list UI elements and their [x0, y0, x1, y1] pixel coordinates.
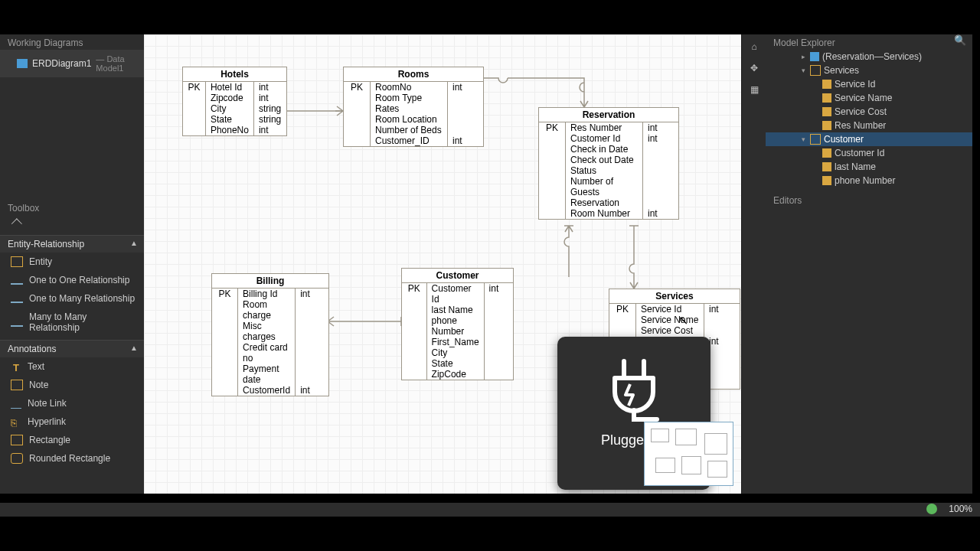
tool-rectangle[interactable]: Rectangle	[0, 431, 144, 449]
entity-row[interactable]: PKRoomNoint	[344, 82, 483, 93]
tool-one-to-one[interactable]: One to One Relationship	[0, 271, 144, 289]
entity-row[interactable]: Rates	[344, 103, 483, 114]
tree-node[interactable]: Service Name	[766, 91, 972, 105]
tree-node[interactable]: ▸(Reservation—Services)	[766, 50, 972, 64]
column-type: int	[296, 385, 328, 396]
hyperlink-icon: ⎘	[11, 417, 21, 426]
entity-row[interactable]: Service Name	[609, 315, 740, 325]
pk-cell: PK	[402, 283, 426, 305]
gutter-target-button[interactable]: ✥	[745, 59, 763, 77]
search-icon[interactable]: 🔍	[954, 34, 966, 46]
pk-cell	[402, 315, 426, 337]
entity-rooms[interactable]: RoomsPKRoomNointRoom TypeRatesRoom Locat…	[343, 67, 484, 147]
er-section-header[interactable]: Entity-Relationship ▲	[0, 235, 144, 253]
pk-cell	[212, 299, 238, 321]
pk-cell	[539, 208, 566, 219]
tree-node[interactable]: Service Id	[766, 77, 972, 91]
tool-note[interactable]: Note	[0, 376, 144, 394]
column-type: int	[253, 82, 286, 93]
tree-label: last Name	[835, 161, 876, 172]
pk-cell	[183, 103, 205, 114]
entity-row[interactable]: phone Number	[402, 315, 513, 337]
column-name: Customer Id	[426, 283, 484, 305]
tree-label: (Reservation—Services)	[822, 51, 922, 62]
zoom-level[interactable]: 100%	[949, 504, 972, 514]
tool-rounded-rectangle[interactable]: Rounded Rectangle	[0, 449, 144, 468]
entity-row[interactable]: PKCustomer Idint	[402, 283, 513, 305]
entity-billing[interactable]: BillingPKBilling IdintRoom chargeMisc ch…	[211, 273, 329, 396]
tool-entity[interactable]: Entity	[0, 253, 144, 271]
tree-node[interactable]: last Name	[766, 160, 972, 174]
tree-node[interactable]: phone Number	[766, 174, 972, 187]
tree-node[interactable]: Res Number	[766, 119, 972, 132]
tree-node[interactable]: ▾Services	[766, 64, 972, 77]
entity-row[interactable]: Room charge	[212, 299, 328, 321]
entity-row[interactable]: Customer_IDint	[344, 135, 483, 146]
column-type	[296, 364, 328, 385]
minimap[interactable]	[644, 422, 733, 486]
tree-label: phone Number	[835, 175, 895, 186]
entity-row[interactable]: Zipcodeint	[183, 93, 286, 103]
entity-row[interactable]: ZipCode	[402, 369, 513, 380]
pk-cell	[539, 133, 566, 144]
pk-cell	[212, 364, 238, 385]
tree-twisty-icon[interactable]: ▾	[799, 67, 807, 74]
entity-row[interactable]: Room Numberint	[539, 208, 678, 219]
entity-row[interactable]: Number of Guests	[539, 176, 678, 197]
entity-row[interactable]: Customer Idint	[539, 133, 678, 144]
entity-row[interactable]: PKHotel Idint	[183, 82, 286, 93]
column-name: City	[426, 347, 484, 358]
entity-row[interactable]: PKBilling Idint	[212, 289, 328, 299]
entity-row[interactable]: Room Location	[344, 114, 483, 125]
tool-text[interactable]: TText	[0, 357, 144, 376]
tool-hyperlink[interactable]: ⎘Hyperlink	[0, 412, 144, 431]
diagram-canvas[interactable]: HotelsPKHotel IdintZipcodeintCitystringS…	[144, 34, 742, 494]
entity-row[interactable]: State	[402, 358, 513, 369]
entity-reservation[interactable]: ReservationPKRes NumberintCustomer Idint…	[538, 107, 679, 220]
entity-row[interactable]: PKRes Numberint	[539, 122, 678, 133]
entity-row[interactable]: CustomerIdint	[212, 385, 328, 396]
entity-row[interactable]: PhoneNoint	[183, 125, 286, 135]
entity-row[interactable]: Statestring	[183, 114, 286, 125]
tool-note-link[interactable]: Note Link	[0, 394, 144, 412]
gutter-home-button[interactable]: ⌂	[745, 37, 763, 56]
entity-customer[interactable]: CustomerPKCustomer Idintlast Namephone N…	[401, 268, 514, 380]
diagram-tab-erd1[interactable]: ERDDiagram1 — Data Model1	[0, 50, 144, 77]
tool-one-to-many[interactable]: One to Many Relationship	[0, 289, 144, 308]
toolbox-select[interactable]	[0, 215, 144, 232]
tool-many-to-many[interactable]: Many to Many Relationship	[0, 308, 144, 337]
pk-cell: PK	[609, 304, 636, 315]
entity-row[interactable]: PKService Idint	[609, 304, 740, 315]
entity-row[interactable]: Check in Date	[539, 144, 678, 155]
entity-row[interactable]: Status	[539, 165, 678, 176]
entity-row[interactable]: Citystring	[183, 103, 286, 114]
entity-row[interactable]: Check out Date	[539, 155, 678, 165]
column-name: Room Type	[371, 93, 448, 103]
entity-row[interactable]: Room Type	[344, 93, 483, 103]
entity-hotels[interactable]: HotelsPKHotel IdintZipcodeintCitystringS…	[182, 67, 287, 136]
entity-row[interactable]: Service Cost	[609, 325, 740, 336]
entity-row[interactable]: City	[402, 347, 513, 358]
ent-icon	[810, 65, 821, 76]
column-name: Customer Id	[566, 133, 643, 144]
tree-node[interactable]: Service Cost	[766, 105, 972, 119]
entity-row[interactable]: Number of Beds	[344, 125, 483, 135]
entity-row[interactable]: Credit card no	[212, 342, 328, 364]
tree-label: Customer	[824, 134, 864, 145]
column-type	[448, 93, 484, 103]
column-name: Room charge	[238, 299, 296, 321]
entity-row[interactable]: last Name	[402, 305, 513, 315]
tree-twisty-icon[interactable]: ▸	[799, 53, 807, 60]
column-name: State	[426, 358, 484, 369]
annotations-section-header[interactable]: Annotations ▲	[0, 340, 144, 357]
entity-row[interactable]: Payment date	[212, 364, 328, 385]
tree-twisty-icon[interactable]: ▾	[799, 135, 807, 143]
entity-row[interactable]: Reservation	[539, 197, 678, 208]
letterbox-top	[0, 0, 980, 34]
gutter-grid-button[interactable]: ▦	[745, 80, 763, 99]
tree-node[interactable]: ▾Customer	[766, 132, 972, 146]
entity-row[interactable]: Misc charges	[212, 321, 328, 342]
column-type	[484, 315, 513, 337]
entity-row[interactable]: First_Name	[402, 337, 513, 347]
tree-node[interactable]: Customer Id	[766, 146, 972, 160]
